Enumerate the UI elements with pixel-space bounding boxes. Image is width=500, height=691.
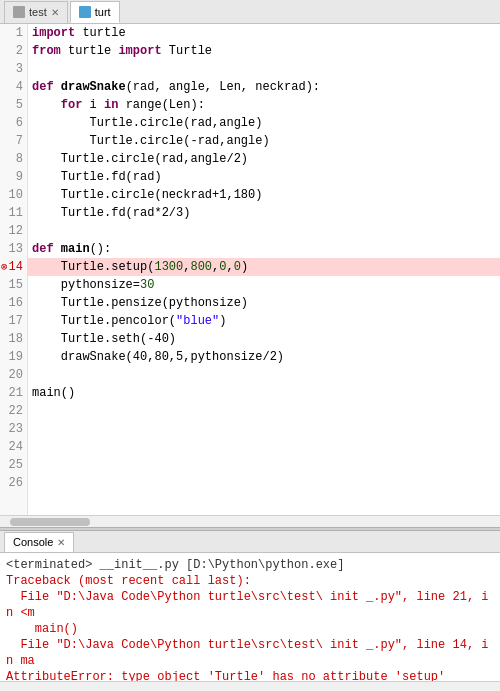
code-container: 12345678910111213⊗1415161718192021222324…	[0, 24, 500, 515]
editor-area: 12345678910111213⊗1415161718192021222324…	[0, 24, 500, 527]
line-number-13: 13	[0, 240, 27, 258]
console-tab-close[interactable]: ✕	[57, 537, 65, 548]
token: Turtle.circle(neckrad+1,180)	[61, 186, 263, 204]
line-num-text-21: 21	[9, 384, 23, 402]
token: turtle	[61, 42, 119, 60]
line-num-text-24: 24	[9, 438, 23, 456]
line-num-text-10: 10	[9, 186, 23, 204]
console-tab[interactable]: Console ✕	[4, 532, 74, 552]
code-line-2: from turtle import Turtle	[28, 42, 500, 60]
code-lines[interactable]: import turtlefrom turtle import Turtlede…	[28, 24, 500, 515]
token: )	[241, 258, 248, 276]
code-line-10: Turtle.circle(neckrad+1,180)	[28, 186, 500, 204]
console-area: Console ✕ <terminated> __init__.py [D:\P…	[0, 531, 500, 691]
line-number-19: 19	[0, 348, 27, 366]
turt-tab-label: turt	[95, 6, 111, 18]
line-number-24: 24	[0, 438, 27, 456]
line-num-text-18: 18	[9, 330, 23, 348]
code-line-19: drawSnake(40,80,5,pythonsize/2)	[28, 348, 500, 366]
code-line-22	[28, 402, 500, 420]
token: main()	[32, 384, 75, 402]
error-marker-14: ⊗	[1, 258, 8, 276]
main-window: test ✕ turt 12345678910111213⊗1415161718…	[0, 0, 500, 691]
line-number-18: 18	[0, 330, 27, 348]
line-num-text-7: 7	[16, 132, 23, 150]
console-traceback: Traceback (most recent call last):	[6, 573, 494, 589]
console-tab-bar: Console ✕	[0, 531, 500, 553]
line-number-22: 22	[0, 402, 27, 420]
code-line-4: def drawSnake(rad, angle, Len, neckrad):	[28, 78, 500, 96]
token: )	[219, 312, 226, 330]
token: import	[118, 42, 161, 60]
code-line-5: for i in range(Len):	[28, 96, 500, 114]
line-number-6: 6	[0, 114, 27, 132]
line-number-11: 11	[0, 204, 27, 222]
token: Turtle.setup(	[61, 258, 155, 276]
token: Turtle.fd(rad*2/3)	[61, 204, 191, 222]
line-num-text-6: 6	[16, 114, 23, 132]
tab-turt[interactable]: turt	[70, 1, 120, 23]
line-number-17: 17	[0, 312, 27, 330]
line-num-text-11: 11	[9, 204, 23, 222]
token: 0	[234, 258, 241, 276]
token: pythonsize=	[61, 276, 140, 294]
test-tab-close[interactable]: ✕	[51, 7, 59, 18]
line-number-8: 8	[0, 150, 27, 168]
line-number-9: 9	[0, 168, 27, 186]
tab-test[interactable]: test ✕	[4, 1, 68, 23]
code-line-23	[28, 420, 500, 438]
line-num-text-15: 15	[9, 276, 23, 294]
line-number-1: 1	[0, 24, 27, 42]
line-num-text-19: 19	[9, 348, 23, 366]
token: 30	[140, 276, 154, 294]
line-number-12: 12	[0, 222, 27, 240]
token: def	[32, 78, 54, 96]
console-file-line1: File "D:\Java Code\Python turtle\src\tes…	[6, 589, 494, 621]
test-tab-icon	[13, 6, 25, 18]
token: Turtle.circle(rad,angle)	[90, 114, 263, 132]
token: drawSnake	[61, 78, 126, 96]
line-num-text-16: 16	[9, 294, 23, 312]
token: ,	[183, 258, 190, 276]
line-number-7: 7	[0, 132, 27, 150]
line-num-text-3: 3	[16, 60, 23, 78]
code-line-12	[28, 222, 500, 240]
line-number-23: 23	[0, 420, 27, 438]
code-line-9: Turtle.fd(rad)	[28, 168, 500, 186]
line-number-26: 26	[0, 474, 27, 492]
code-line-21: main()	[28, 384, 500, 402]
code-line-7: Turtle.circle(-rad,angle)	[28, 132, 500, 150]
console-tab-label: Console	[13, 536, 53, 548]
line-num-text-26: 26	[9, 474, 23, 492]
line-num-text-5: 5	[16, 96, 23, 114]
token: from	[32, 42, 61, 60]
code-line-1: import turtle	[28, 24, 500, 42]
line-num-text-25: 25	[9, 456, 23, 474]
token: (rad, angle, Len, neckrad):	[126, 78, 320, 96]
line-num-text-8: 8	[16, 150, 23, 168]
tab-bar: test ✕ turt	[0, 0, 500, 24]
test-tab-label: test	[29, 6, 47, 18]
scrollbar-thumb[interactable]	[10, 518, 90, 526]
token	[54, 240, 61, 258]
token: Turtle.circle(-rad,angle)	[90, 132, 270, 150]
token: def	[32, 240, 54, 258]
horizontal-scrollbar[interactable]	[0, 515, 500, 527]
token: turtle	[75, 24, 125, 42]
console-content[interactable]: <terminated> __init__.py [D:\Python\pyth…	[0, 553, 500, 681]
token: Turtle.circle(rad,angle/2)	[61, 150, 248, 168]
token: "blue"	[176, 312, 219, 330]
token: range(Len):	[118, 96, 204, 114]
line-num-text-4: 4	[16, 78, 23, 96]
token	[54, 78, 61, 96]
line-num-text-14: 14	[9, 258, 23, 276]
line-number-10: 10	[0, 186, 27, 204]
console-main-call: main()	[6, 621, 494, 637]
token: Turtle.pencolor(	[61, 312, 176, 330]
line-num-text-13: 13	[9, 240, 23, 258]
token: Turtle.seth(-40)	[61, 330, 176, 348]
token: 0	[219, 258, 226, 276]
console-h-scroll[interactable]	[0, 681, 500, 691]
code-line-6: Turtle.circle(rad,angle)	[28, 114, 500, 132]
token: drawSnake(40,80,5,pythonsize/2)	[61, 348, 284, 366]
